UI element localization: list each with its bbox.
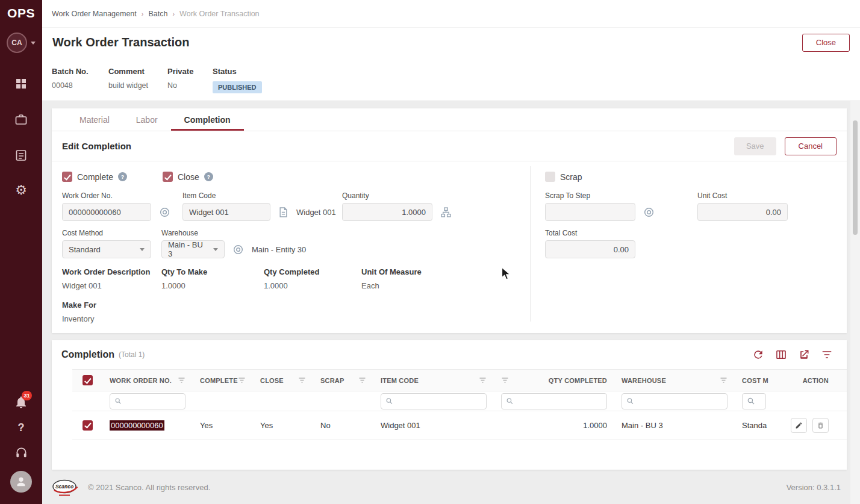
total-cost-input[interactable]	[545, 240, 635, 258]
chevron-down-icon	[213, 248, 218, 251]
cost-method-select[interactable]: Standard	[62, 240, 151, 258]
column-menu-icon[interactable]	[238, 377, 246, 384]
complete-checkbox[interactable]: Complete ?	[62, 172, 127, 182]
chevron-right-icon: ›	[142, 10, 144, 17]
distribution-icon[interactable]	[441, 207, 451, 217]
column-menu-icon[interactable]	[479, 377, 487, 384]
scrap-checkbox[interactable]: Scrap	[545, 172, 582, 182]
documents-icon	[14, 148, 28, 163]
checkbox-checked-icon[interactable]	[163, 172, 173, 182]
cost-method-search-input[interactable]	[742, 393, 766, 409]
item-code-input[interactable]	[182, 203, 270, 221]
col-action: ACTION	[771, 370, 847, 391]
tab-labor[interactable]: Labor	[123, 108, 171, 131]
column-menu-icon[interactable]	[358, 377, 366, 384]
row-select-cell	[72, 411, 102, 439]
unit-of-measure-field: Unit Of Measure Each	[361, 267, 422, 290]
search-icon	[386, 397, 393, 405]
lookup-icon[interactable]	[160, 207, 170, 217]
select-all-checkbox[interactable]	[83, 375, 93, 385]
completion-table: WORK ORDER NO. COMPLETE CLOSE SCRAP ITEM…	[72, 369, 847, 440]
chevron-right-icon: ›	[172, 10, 175, 17]
export-button[interactable]	[797, 347, 811, 362]
cancel-button[interactable]: Cancel	[785, 137, 837, 155]
cell-close: Yes	[253, 411, 313, 439]
save-button[interactable]: Save	[734, 137, 776, 155]
column-menu-icon[interactable]	[178, 377, 185, 384]
close-button[interactable]: Close	[802, 34, 850, 52]
cell-work-order-no: 000000000060	[102, 411, 193, 439]
scrollbar-thumb[interactable]	[853, 120, 858, 235]
warehouse-field: Warehouse Main - BU 3 Main - Entity 30	[161, 229, 306, 258]
row-checkbox[interactable]	[83, 420, 93, 431]
edit-row-button[interactable]	[791, 418, 807, 433]
vertical-scrollbar[interactable]	[850, 101, 860, 504]
delete-row-button[interactable]	[812, 418, 829, 433]
help-icon[interactable]: ?	[118, 172, 127, 181]
sidebar-item-notifications[interactable]	[0, 395, 42, 409]
document-icon[interactable]	[279, 207, 288, 217]
tab-material[interactable]: Material	[66, 108, 123, 131]
breadcrumb-batch[interactable]: Batch	[148, 10, 167, 18]
sidebar: OPS CA ⚙ 31 ?	[0, 0, 42, 504]
delete-icon	[817, 422, 824, 429]
warehouse-select[interactable]: Main - BU 3	[161, 240, 225, 258]
item-code-search-input[interactable]	[381, 393, 487, 409]
column-menu-icon[interactable]	[501, 377, 509, 384]
lookup-icon[interactable]	[644, 207, 654, 217]
select-all-cell	[72, 370, 102, 391]
work-order-no-input[interactable]	[62, 203, 151, 221]
cost-method-field: Cost Method Standard	[62, 229, 151, 258]
filter-icon	[821, 349, 833, 361]
unit-of-measure-value: Each	[361, 281, 422, 290]
search-icon	[627, 397, 634, 405]
scrap-to-step-input[interactable]	[545, 203, 635, 221]
unit-cost-field: Unit Cost	[697, 191, 788, 221]
filter-button[interactable]	[820, 347, 834, 362]
sidebar-item-documents[interactable]	[0, 148, 42, 163]
unit-cost-input[interactable]	[697, 203, 788, 221]
private-field: Private No	[167, 67, 213, 101]
make-for-label: Make For	[62, 300, 96, 310]
work-order-description-value: Widget 001	[62, 281, 150, 290]
warehouse-label: Warehouse	[161, 229, 306, 237]
sidebar-item-dashboard[interactable]	[0, 76, 42, 91]
column-menu-icon[interactable]	[298, 377, 306, 384]
qty-completed-search-input[interactable]	[501, 393, 607, 409]
export-icon	[798, 349, 810, 361]
total-cost-label: Total Cost	[545, 229, 635, 237]
qty-completed-label: Qty Completed	[264, 267, 319, 276]
lookup-icon[interactable]	[233, 244, 243, 255]
column-menu-icon[interactable]	[720, 377, 728, 384]
make-for-value: Inventory	[62, 314, 96, 323]
help-icon[interactable]: ?	[204, 172, 213, 181]
sidebar-item-profile[interactable]	[0, 471, 42, 493]
close-checkbox[interactable]: Close ?	[163, 172, 213, 182]
work-order-no-search-input[interactable]	[110, 393, 185, 409]
completion-grid-header: Completion (Total 1)	[52, 340, 847, 369]
warehouse-search-input[interactable]	[622, 393, 728, 409]
support-icon	[14, 446, 28, 460]
quantity-input[interactable]	[342, 203, 432, 221]
checkbox-checked-icon[interactable]	[62, 172, 72, 182]
sidebar-item-support[interactable]	[0, 446, 42, 460]
avatar[interactable]: CA	[7, 33, 27, 53]
qty-to-make-value: 1.0000	[161, 281, 207, 290]
checkbox-unchecked-icon[interactable]	[545, 172, 555, 182]
cost-method-value: Standard	[69, 245, 101, 254]
sidebar-item-settings[interactable]: ⚙	[0, 183, 42, 198]
table-header-row: WORK ORDER NO. COMPLETE CLOSE SCRAP ITEM…	[72, 369, 847, 391]
sidebar-item-help[interactable]: ?	[0, 422, 42, 434]
sidebar-item-jobs[interactable]	[0, 113, 42, 127]
tab-completion[interactable]: Completion	[171, 108, 244, 131]
breadcrumb-work-order-management[interactable]: Work Order Management	[52, 10, 137, 18]
warehouse-value: Main - BU 3	[168, 240, 208, 258]
column-chooser-button[interactable]	[774, 347, 788, 362]
settings-icon: ⚙	[15, 183, 27, 198]
refresh-button[interactable]	[751, 347, 765, 362]
breadcrumb: Work Order Management › Batch › Work Ord…	[42, 0, 860, 28]
cell-warehouse: Main - BU 3	[614, 411, 735, 439]
table-row[interactable]: 000000000060 Yes Yes No Widget 001 1.000…	[72, 411, 847, 440]
user-menu[interactable]: CA	[7, 33, 36, 53]
col-close: CLOSE	[253, 370, 313, 391]
